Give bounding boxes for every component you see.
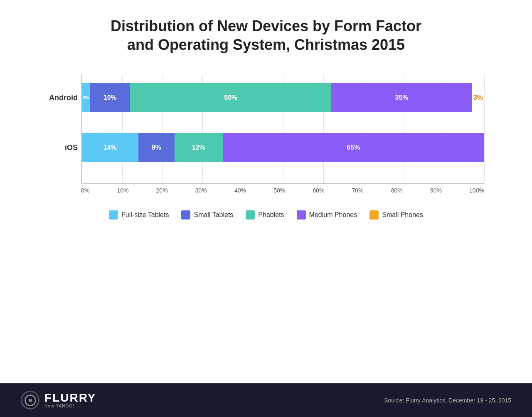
- android-small-tablets: 10%: [90, 83, 130, 112]
- legend-color-phablets: [246, 210, 255, 220]
- legend-color-small-tablets: [181, 210, 190, 220]
- legend-label-full-tablets: Full-size Tablets: [121, 211, 169, 219]
- legend-item-phablets: Phablets: [246, 210, 284, 220]
- ios-full-size-tablets: 14%: [82, 133, 138, 162]
- legend-item-small-tablets: Small Tablets: [181, 210, 233, 220]
- legend-color-small-phones: [369, 210, 379, 220]
- main-content: Distribution of New Devices by Form Fact…: [0, 0, 532, 383]
- legend-label-phablets: Phablets: [258, 211, 284, 219]
- footer-source: Source: Flurry Analytics, December 19 - …: [384, 397, 511, 404]
- x-axis: 0% 10% 20% 30% 40% 50% 60% 70% 80% 90% 1…: [81, 184, 484, 194]
- logo-text: FLURRY: [44, 392, 96, 404]
- logo-inner: [25, 395, 36, 406]
- x-tick-50: 50%: [273, 187, 285, 194]
- legend-label-medium-phones: Medium Phones: [309, 211, 357, 219]
- x-tick-40: 40%: [234, 187, 246, 194]
- footer: FLURRY from YAHOO! Source: Flurry Analyt…: [0, 383, 532, 417]
- logo-dot: [29, 399, 32, 402]
- bars-container: Android 2% 10% 50% 35% 3%: [81, 75, 484, 184]
- x-tick-60: 60%: [313, 187, 324, 194]
- legend-color-medium-phones: [297, 210, 306, 220]
- legend-item-small-phones: Small Phones: [369, 210, 423, 220]
- x-tick-30: 30%: [195, 187, 207, 194]
- chart-title: Distribution of New Devices by Form Fact…: [111, 17, 421, 54]
- ios-label: iOS: [44, 143, 78, 152]
- android-full-size-tablets: 2%: [82, 83, 90, 112]
- android-phablets: 50%: [130, 83, 331, 112]
- legend: Full-size Tablets Small Tablets Phablets…: [48, 210, 484, 220]
- ios-small-tablets: 9%: [138, 133, 175, 162]
- x-tick-100: 100%: [469, 187, 484, 194]
- android-medium-phones-label: 35%: [395, 94, 409, 101]
- logo-subtext: from YAHOO!: [44, 404, 96, 408]
- x-tick-10: 10%: [117, 187, 128, 194]
- android-medium-phones: 35%: [331, 83, 472, 112]
- android-phablets-label: 50%: [224, 94, 237, 101]
- android-bar-row: Android 2% 10% 50% 35% 3%: [82, 83, 484, 112]
- footer-logo: FLURRY from YAHOO!: [21, 391, 96, 410]
- x-tick-70: 70%: [352, 187, 364, 194]
- x-tick-80: 80%: [391, 187, 403, 194]
- android-full-tablets-label: 2%: [83, 95, 89, 100]
- ios-phablets: 12%: [175, 133, 223, 162]
- legend-item-medium-phones: Medium Phones: [297, 210, 357, 220]
- logo-circle: [21, 391, 39, 410]
- logo-text-container: FLURRY from YAHOO!: [44, 392, 96, 408]
- ios-small-tablets-label: 9%: [152, 144, 161, 151]
- android-small-phones-label: 3%: [473, 94, 483, 101]
- ios-phablets-label: 12%: [192, 144, 205, 151]
- ios-bar-row: iOS 14% 9% 12% 65%: [82, 133, 484, 162]
- ios-full-tablets-label: 14%: [103, 144, 117, 151]
- legend-label-small-phones: Small Phones: [382, 211, 423, 219]
- grid-line-100: [484, 75, 485, 183]
- android-label: Android: [44, 94, 78, 102]
- x-tick-90: 90%: [430, 187, 442, 194]
- ios-medium-phones-label: 65%: [347, 144, 360, 151]
- chart-area: Android 2% 10% 50% 35% 3%: [48, 75, 484, 220]
- legend-item-full-tablets: Full-size Tablets: [109, 210, 169, 220]
- ios-bar-track: 14% 9% 12% 65%: [82, 133, 484, 162]
- x-tick-0: 0%: [81, 187, 89, 194]
- legend-label-small-tablets: Small Tablets: [194, 211, 233, 219]
- x-tick-20: 20%: [156, 187, 168, 194]
- android-small-phones: 3%: [472, 83, 484, 112]
- android-bar-track: 2% 10% 50% 35% 3%: [82, 83, 484, 112]
- ios-medium-phones: 65%: [223, 133, 484, 162]
- android-small-tablets-label: 10%: [103, 94, 117, 101]
- legend-color-full-tablets: [109, 210, 118, 220]
